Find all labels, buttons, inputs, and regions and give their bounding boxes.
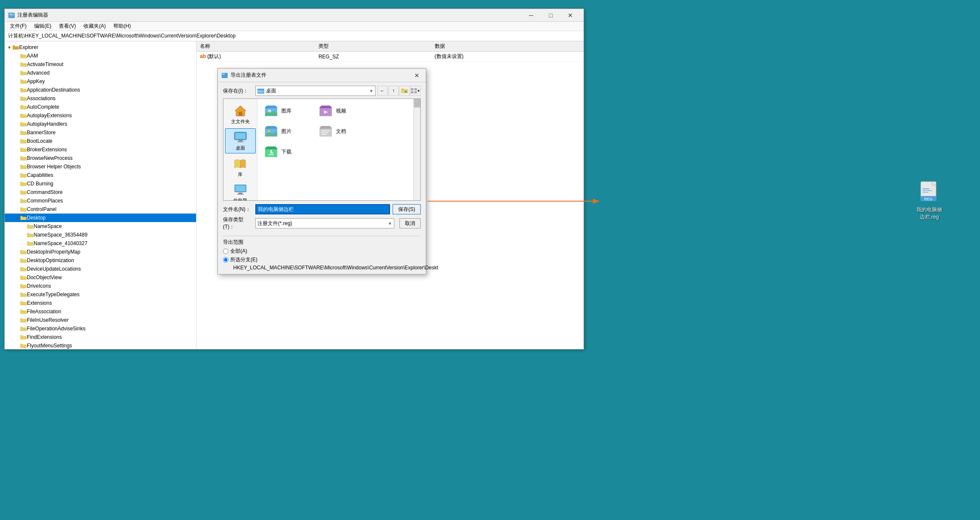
quick-desktop[interactable]: 桌面 [225, 128, 256, 153]
address-path: 计算机\HKEY_LOCAL_MACHINE\SOFTWARE\Microsof… [8, 32, 236, 40]
tree-item[interactable]: ▶ AAM [5, 52, 196, 60]
tree-item[interactable]: ▶ CommandStore [5, 188, 196, 196]
tree-item[interactable]: ▶ BootLocale [5, 137, 196, 145]
folder-icon [27, 240, 34, 246]
col-data: 数据 [431, 41, 584, 52]
svg-rect-9 [258, 91, 263, 91]
menu-view[interactable]: 查看(V) [55, 22, 79, 31]
dialog-close-button[interactable]: ✕ [411, 70, 422, 81]
tree-item[interactable]: ▶ DesktopOptimization [5, 256, 196, 265]
filename-label: 文件名(N)： [223, 206, 253, 213]
tree-item[interactable]: ▶ AutoComplete [5, 103, 196, 111]
tree-item[interactable]: ▶ CommonPlaces [5, 196, 196, 205]
radio-all-label: 全部(A) [230, 248, 247, 255]
tree-item[interactable]: ▶ BannerStore [5, 128, 196, 137]
quick-home[interactable]: 主文件夹 [225, 102, 256, 127]
export-range: 导出范围 全部(A) 所选分支(E) HKEY_LOCAL_MACHINE\SO… [223, 236, 421, 271]
tree-label: AutoComplete [27, 104, 59, 110]
tree-item[interactable]: ▶ AutoplayHandlers [5, 120, 196, 128]
tree-item-explorer[interactable]: ▼ Explorer [5, 43, 196, 52]
svg-rect-2 [12, 14, 14, 14]
tree-item[interactable]: ▶ CD Burning [5, 179, 196, 188]
file-item-gallery[interactable]: 图库 [261, 102, 312, 119]
dialog-scrollbar[interactable] [413, 99, 420, 200]
tree-item[interactable]: ▶ ControlPanel [5, 205, 196, 214]
svg-rect-6 [223, 74, 225, 75]
tree-item[interactable]: ▶ FileInUseResolver [5, 316, 196, 324]
folder-icon [20, 130, 27, 136]
tree-label: Capabilities [27, 172, 53, 178]
tree-item-desktop[interactable]: ▼ Desktop [5, 214, 196, 222]
tree-item[interactable]: ▶ FileOperationAdviseSinks [5, 324, 196, 333]
file-item-video[interactable]: 视频 [315, 102, 367, 119]
location-dropdown[interactable]: 桌面 ▼ [255, 86, 376, 96]
tree-item[interactable]: ▶ FileAssociation [5, 307, 196, 316]
cancel-button[interactable]: 取消 [399, 218, 421, 228]
savetype-dropdown[interactable]: 注册文件(*.reg) ▼ [255, 218, 394, 228]
tree-label: ControlPanel [27, 206, 56, 212]
new-folder-button[interactable] [399, 86, 410, 96]
view-options-button[interactable]: ▼ [411, 86, 421, 96]
tree-label: AppKey [27, 78, 45, 84]
menu-favorites[interactable]: 收藏夹(A) [80, 22, 109, 31]
branch-path: HKEY_LOCAL_MACHINE\SOFTWARE\Microsoft\Wi… [223, 265, 421, 271]
tree-item[interactable]: ▶ DesktopIniPropertyMap [5, 248, 196, 256]
tree-label: AAM [27, 53, 38, 59]
folder-icon [20, 317, 27, 323]
tree-item[interactable]: ▶ ApplicationDestinations [5, 86, 196, 94]
tree-item[interactable]: ▶ AppKey [5, 77, 196, 86]
up-folder-button[interactable]: ↑ [388, 86, 399, 96]
file-item-documents[interactable]: 文档 [315, 123, 367, 140]
folder-icon [20, 257, 27, 263]
radio-selected[interactable] [223, 257, 228, 263]
minimize-button[interactable]: ─ [521, 9, 541, 22]
close-button[interactable]: ✕ [561, 9, 580, 22]
tree-item[interactable]: ▶ NameSpace_36354489 [5, 231, 196, 239]
tree-item-advanced[interactable]: ▶ Advanced [5, 69, 196, 77]
go-back-button[interactable]: ← [377, 86, 387, 96]
tree-item[interactable]: ▶ FindExtensions [5, 333, 196, 341]
folder-icon [20, 78, 27, 84]
tree-item-browser-helper[interactable]: ▶ Browser Helper Objects [5, 162, 196, 171]
tree-item[interactable]: ▶ BrokerExtensions [5, 145, 196, 154]
tree-item[interactable]: ▶ DriveIcons [5, 282, 196, 290]
tree-item[interactable]: ▶ ActivateTimeout [5, 60, 196, 69]
tree-item[interactable]: ▶ ExecuteTypeDelegates [5, 290, 196, 299]
folder-icon [20, 113, 27, 118]
file-list: 图库 视频 [257, 99, 413, 200]
tree-panel[interactable]: ▼ Explorer ▶ AAM ▶ ActivateTimeout ▶ [5, 41, 197, 349]
folder-icon [20, 266, 27, 272]
menu-help[interactable]: 帮助(H) [110, 22, 134, 31]
svg-rect-10 [258, 92, 262, 92]
desktop-file[interactable]: REG 我的电脑侧 边栏.reg [915, 179, 944, 222]
dropdown-arrow: ▼ [369, 89, 373, 93]
svg-rect-42 [269, 154, 274, 155]
menu-file[interactable]: 文件(F) [6, 22, 30, 31]
tree-item[interactable]: ▶ BrowseNewProcess [5, 154, 196, 162]
expand-icon: ▼ [14, 215, 20, 221]
quick-library[interactable]: 库 [225, 155, 256, 179]
filename-input[interactable] [255, 204, 390, 214]
folder-icon [20, 155, 27, 161]
tree-item[interactable]: ▶ DocObjectView [5, 273, 196, 282]
quick-thispc[interactable]: 此电脑 [225, 181, 256, 200]
tree-item[interactable]: ▶ Associations [5, 94, 196, 103]
tree-item[interactable]: ▶ AutoplayExtensions [5, 111, 196, 120]
file-item-pictures[interactable]: 图片 [261, 123, 312, 140]
tree-label: FileOperationAdviseSinks [27, 326, 85, 332]
radio-all[interactable] [223, 248, 228, 254]
maximize-button[interactable]: □ [541, 9, 561, 22]
tree-item[interactable]: ▶ NameSpace_41040327 [5, 239, 196, 248]
tree-item[interactable]: ▶ NameSpace [5, 222, 196, 231]
table-row[interactable]: ab (默认) REG_SZ (数值未设置) [197, 52, 584, 62]
tree-label: BootLocale [27, 138, 52, 144]
tree-item[interactable]: ▶ DeviceUpdateLocations [5, 265, 196, 273]
menu-edit[interactable]: 编辑(E) [31, 22, 55, 31]
savetype-label: 保存类型(T)： [223, 216, 253, 231]
tree-item[interactable]: ▶ Extensions [5, 299, 196, 307]
tree-item[interactable]: ▶ Capabilities [5, 171, 196, 179]
save-button[interactable]: 保存(S) [393, 204, 421, 214]
file-item-downloads[interactable]: 下载 [261, 143, 312, 160]
tree-item[interactable]: ▶ FlyoutMenuSettings [5, 341, 196, 349]
library-icon [234, 157, 247, 170]
